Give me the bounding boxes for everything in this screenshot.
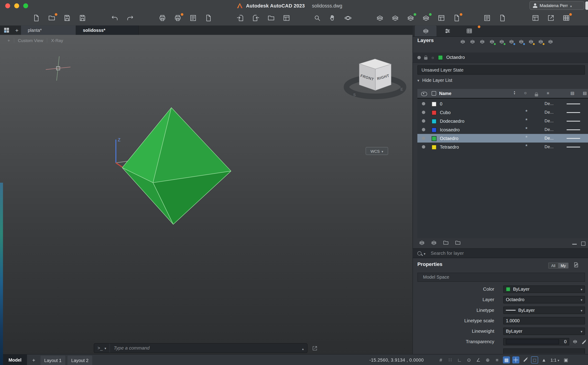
sheets-panel-tab[interactable] <box>458 25 480 36</box>
lineweight-field[interactable]: ByLayer <box>503 328 585 335</box>
freeze-layer-button[interactable] <box>508 39 514 44</box>
current-layer-bar[interactable]: ☼ Octaedro <box>413 52 588 63</box>
minimize-button[interactable] <box>14 3 19 8</box>
layer-on-icon[interactable] <box>422 128 425 131</box>
layer-lineweight[interactable]: De... <box>545 127 554 132</box>
layer-linetype-sample[interactable] <box>567 112 580 112</box>
space-selector[interactable]: Model Space <box>417 273 585 282</box>
layer-settings-button[interactable] <box>547 39 553 44</box>
open-file-button[interactable] <box>47 13 57 23</box>
expand-panel-icon[interactable] <box>581 242 585 246</box>
layout-manager-button[interactable] <box>561 13 571 23</box>
layer-color-swatch[interactable] <box>432 110 436 115</box>
isolate-button[interactable] <box>419 240 425 247</box>
name-column-header[interactable]: Name <box>439 91 451 96</box>
layer-state-dropdown[interactable]: Unsaved Layer State <box>417 65 585 75</box>
save-button[interactable] <box>62 13 72 23</box>
selection-window-button[interactable]: □ <box>531 356 538 363</box>
properties-panel-tab[interactable] <box>436 25 458 36</box>
layer-on-icon[interactable] <box>422 145 425 149</box>
tool-sets-button[interactable] <box>436 13 447 23</box>
layer-lineweight[interactable]: De... <box>545 119 554 123</box>
layer-search-input[interactable] <box>428 251 588 256</box>
layer-field[interactable]: Octaedro <box>503 296 585 303</box>
command-input[interactable] <box>110 345 299 351</box>
isometric-drafting-button[interactable]: ∠ <box>475 356 482 363</box>
columns-menu-icon[interactable]: ▤ <box>583 91 587 95</box>
viewcube-south-label[interactable]: S <box>353 93 356 97</box>
command-history-button[interactable] <box>311 344 319 352</box>
layer-linetype-sample[interactable] <box>567 129 580 130</box>
measure-button[interactable] <box>482 13 492 23</box>
command-collapse-button[interactable] <box>299 345 307 351</box>
merge-layer-button[interactable] <box>489 39 495 44</box>
unlock-layer-button[interactable] <box>538 39 544 44</box>
layer-make-current-button[interactable] <box>405 13 416 23</box>
undo-button[interactable] <box>110 13 120 23</box>
octahedron-solid[interactable] <box>122 108 231 224</box>
filter-my-button[interactable]: My <box>559 262 569 268</box>
layer-row-icosaedro[interactable]: Icosaedro * De... <box>417 125 588 134</box>
group-new-button[interactable] <box>454 240 461 247</box>
model-viewport[interactable]: + Custom View X-Ray Z <box>0 35 413 354</box>
linetype-field[interactable]: ByLayer <box>503 306 585 314</box>
tab-planta[interactable]: planta* <box>21 25 76 35</box>
export-button[interactable] <box>251 13 261 23</box>
hardware-accel-button[interactable]: ▣ <box>562 356 569 363</box>
annotation-flag-button[interactable]: ▲ <box>540 356 547 363</box>
layer-color-swatch[interactable] <box>432 102 436 106</box>
layers-panel-tab[interactable] <box>415 25 436 36</box>
layer-color-swatch[interactable] <box>432 136 436 141</box>
layer-row-0[interactable]: 0 De... <box>417 99 588 108</box>
print-button[interactable] <box>157 13 168 23</box>
annotation-scale-button[interactable]: 1:1 <box>550 356 560 363</box>
layer-color-swatch[interactable] <box>432 145 436 149</box>
lock-layer-button[interactable] <box>528 39 534 44</box>
layer-color-swatch[interactable] <box>432 119 436 124</box>
command-prompt[interactable]: >_ <box>94 344 110 353</box>
layer-row-octaedro-selected[interactable]: Octaedro * De... <box>417 134 588 142</box>
save-as-button[interactable] <box>77 13 88 23</box>
command-bar[interactable]: >_ <box>94 343 308 353</box>
pan-button[interactable] <box>327 13 338 23</box>
layer-linetype-sample[interactable] <box>567 138 580 138</box>
hatch-display-button[interactable]: ▦ <box>503 356 510 363</box>
isolate-layer-button[interactable] <box>499 39 505 44</box>
viewcube[interactable]: S E FRONT RIGHT <box>346 59 403 97</box>
annotation-edit-button[interactable] <box>522 356 529 363</box>
sheet-set-button[interactable] <box>281 13 292 23</box>
delete-layer-button[interactable] <box>469 39 475 44</box>
group-open-button[interactable] <box>443 240 450 247</box>
redo-button[interactable] <box>125 13 135 23</box>
zoom-button[interactable] <box>23 3 28 8</box>
layer-row-dodecaedro[interactable]: Dodecaedro * De... <box>417 117 588 125</box>
settings-button[interactable] <box>430 240 437 247</box>
layer-states-button[interactable] <box>421 13 431 23</box>
collapse-panel-icon[interactable] <box>572 244 577 245</box>
match-properties-button[interactable] <box>497 13 508 23</box>
layer-row-tetraedro[interactable]: Tetraedro * De... <box>417 142 588 151</box>
layer-lineweight[interactable]: De... <box>545 144 554 149</box>
transparency-field[interactable]: 0 <box>503 338 569 345</box>
print-plus-button[interactable] <box>173 13 183 23</box>
transparency-slider[interactable] <box>506 339 559 344</box>
zoom-window-button[interactable] <box>312 13 322 23</box>
object-snap-button[interactable]: ⊕ <box>484 356 491 363</box>
annotation-button[interactable] <box>451 13 462 23</box>
color-field[interactable]: ByLayer <box>503 285 585 293</box>
freeze-column-icon[interactable]: ☼ <box>524 91 527 95</box>
tab-solidosss[interactable]: solidosss* <box>76 25 139 35</box>
wcs-dropdown[interactable]: WCS <box>366 147 388 155</box>
share-button[interactable] <box>546 13 556 23</box>
layer-color-swatch[interactable] <box>432 127 436 132</box>
layer-linetype-sample[interactable] <box>567 104 580 104</box>
vp-freeze-icon[interactable]: * <box>525 126 528 132</box>
snap-mode-button[interactable]: ∷ <box>447 356 454 363</box>
viewcube-east-label[interactable]: E <box>401 87 403 91</box>
vp-freeze-icon[interactable]: * <box>525 117 528 123</box>
lineweight-display-button[interactable]: ≡ <box>493 356 500 363</box>
attach-button[interactable] <box>266 13 276 23</box>
new-layer-button[interactable] <box>460 39 466 44</box>
thaw-layer-button[interactable] <box>518 39 524 44</box>
model-tab[interactable]: Model <box>3 355 27 365</box>
